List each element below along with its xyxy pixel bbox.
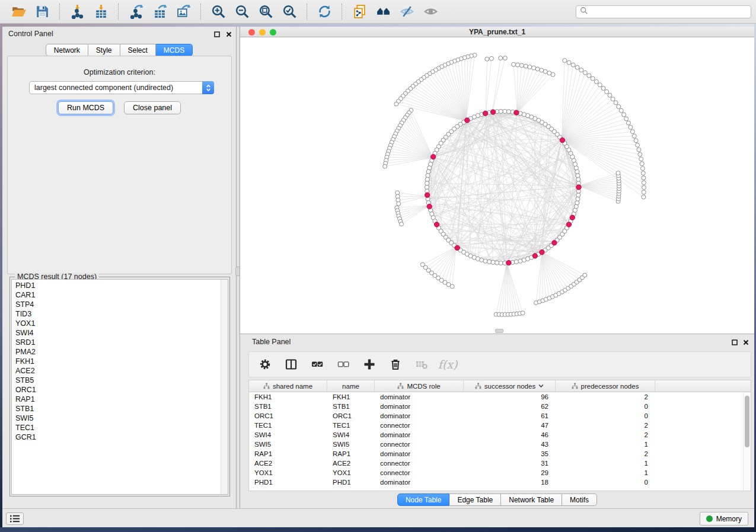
zoom-out-button[interactable] — [232, 2, 252, 21]
satellite-node[interactable] — [400, 222, 404, 226]
tab-network[interactable]: Network — [46, 44, 88, 56]
mcds-result-item[interactable]: STP4 — [12, 300, 220, 309]
select-all-checks-button[interactable] — [310, 357, 325, 372]
satellite-node[interactable] — [630, 130, 634, 134]
satellite-node[interactable] — [519, 63, 524, 68]
optimization-criterion-select[interactable]: largest connected component (undirected) — [29, 81, 214, 94]
mcds-hub-node[interactable] — [532, 254, 537, 258]
mcds-hub-node[interactable] — [506, 260, 511, 265]
satellite-node[interactable] — [642, 190, 646, 194]
export-image-button[interactable] — [173, 2, 193, 21]
zoom-fit-content-button[interactable] — [256, 2, 276, 21]
satellite-node[interactable] — [598, 83, 602, 87]
satellite-node[interactable] — [512, 62, 516, 66]
tab-network-table[interactable]: Network Table — [501, 493, 562, 506]
network-canvas[interactable] — [240, 37, 754, 332]
add-row-button[interactable] — [362, 357, 377, 372]
satellite-node[interactable] — [611, 97, 615, 101]
mcds-hub-node[interactable] — [566, 222, 571, 227]
satellite-node[interactable] — [516, 63, 520, 67]
tab-node-table[interactable]: Node Table — [397, 493, 450, 506]
mcds-hub-node[interactable] — [465, 118, 470, 123]
first-neighbors-button[interactable] — [373, 2, 393, 21]
table-row[interactable]: TEC1TEC1connector472 — [249, 421, 751, 430]
table-panel-close-button[interactable] — [742, 338, 750, 347]
network-node[interactable] — [426, 169, 430, 174]
satellite-node[interactable] — [394, 102, 398, 106]
tab-motifs[interactable]: Motifs — [562, 493, 597, 506]
satellite-node[interactable] — [383, 164, 387, 168]
column-header-successor-nodes[interactable]: successor nodes — [464, 380, 556, 392]
close-panel-button[interactable]: Close panel — [124, 101, 181, 114]
import-table-button[interactable] — [91, 2, 111, 21]
satellite-node[interactable] — [528, 65, 532, 69]
satellite-node[interactable] — [619, 108, 623, 113]
zoom-selected-button[interactable] — [279, 2, 299, 21]
network-node[interactable] — [483, 259, 487, 263]
satellite-node[interactable] — [616, 171, 620, 175]
satellite-node[interactable] — [540, 68, 544, 72]
mcds-hub-node[interactable] — [425, 193, 430, 197]
control-panel-close-button[interactable] — [225, 30, 233, 39]
satellite-node[interactable] — [638, 152, 642, 156]
table-row[interactable]: STB1STB1dominator620 — [249, 402, 751, 411]
mcds-result-list[interactable]: PHD1CAR1STP4TID3YOX1SWI4SRD1PMA2FKH1ACE2… — [12, 281, 220, 494]
refresh-layout-button[interactable] — [314, 2, 334, 21]
satellite-node[interactable] — [637, 148, 641, 152]
column-header-shared-name[interactable]: shared name — [249, 380, 327, 392]
satellite-node[interactable] — [397, 201, 401, 206]
mcds-result-item[interactable]: PMA2 — [12, 347, 220, 357]
network-node[interactable] — [575, 201, 579, 205]
satellite-node[interactable] — [614, 101, 618, 105]
export-network-button[interactable] — [126, 2, 146, 21]
mcds-hub-node[interactable] — [576, 185, 581, 190]
satellite-node[interactable] — [571, 63, 575, 67]
satellite-node[interactable] — [583, 70, 587, 75]
mcds-hub-node[interactable] — [560, 137, 564, 142]
tab-select[interactable]: Select — [120, 44, 156, 56]
mcds-hub-node[interactable] — [490, 110, 495, 114]
satellite-node[interactable] — [601, 86, 605, 91]
satellite-node[interactable] — [636, 143, 640, 147]
satellite-node[interactable] — [640, 162, 644, 166]
satellite-node[interactable] — [563, 59, 567, 63]
network-node[interactable] — [425, 177, 429, 181]
mcds-result-item[interactable]: PHD1 — [12, 281, 220, 290]
mcds-hub-node[interactable] — [427, 204, 432, 209]
table-row[interactable]: YOX1YOX1connector291 — [249, 468, 751, 477]
satellite-node[interactable] — [587, 73, 591, 78]
table-row[interactable]: FKH1FKH1dominator962 — [249, 392, 751, 402]
satellite-node[interactable] — [642, 181, 646, 185]
satellite-node[interactable] — [594, 79, 598, 84]
mcds-result-item[interactable]: GCR1 — [12, 432, 220, 442]
table-options-gear-button[interactable] — [257, 357, 273, 372]
mcds-result-item[interactable]: ORC1 — [12, 385, 220, 395]
mcds-result-item[interactable]: FKH1 — [12, 357, 220, 366]
satellite-node[interactable] — [591, 76, 595, 81]
column-header-predecessor-nodes[interactable]: predecessor nodes — [556, 380, 655, 392]
mcds-result-item[interactable]: TEC1 — [12, 423, 220, 432]
satellite-node[interactable] — [605, 89, 609, 94]
table-row[interactable]: RAP1RAP1dominator352 — [249, 449, 751, 459]
satellite-node[interactable] — [639, 157, 643, 161]
control-panel-float-button[interactable] — [213, 30, 221, 39]
table-row[interactable]: ACE2ACE2connector311 — [249, 459, 751, 468]
satellite-node[interactable] — [622, 113, 626, 117]
mcds-result-item[interactable]: STB1 — [12, 404, 220, 414]
mcds-hub-node[interactable] — [570, 215, 575, 220]
horizontal-splitter-handle[interactable] — [495, 329, 503, 333]
satellite-node[interactable] — [626, 121, 630, 125]
satellite-node[interactable] — [485, 57, 489, 61]
satellite-node[interactable] — [617, 105, 621, 109]
satellite-node[interactable] — [535, 67, 540, 71]
export-table-button[interactable] — [149, 2, 170, 21]
table-row[interactable]: SWI5SWI5connector431 — [249, 440, 751, 449]
mcds-list-scrollbar[interactable] — [221, 280, 228, 494]
table-scrollbar-thumb[interactable] — [745, 396, 749, 447]
mcds-result-item[interactable]: STB5 — [12, 376, 220, 385]
import-network-button[interactable] — [67, 2, 87, 21]
satellite-node[interactable] — [547, 71, 551, 75]
satellite-node[interactable] — [642, 176, 646, 180]
mcds-result-item[interactable]: SWI5 — [12, 414, 220, 423]
satellite-node[interactable] — [450, 284, 454, 289]
